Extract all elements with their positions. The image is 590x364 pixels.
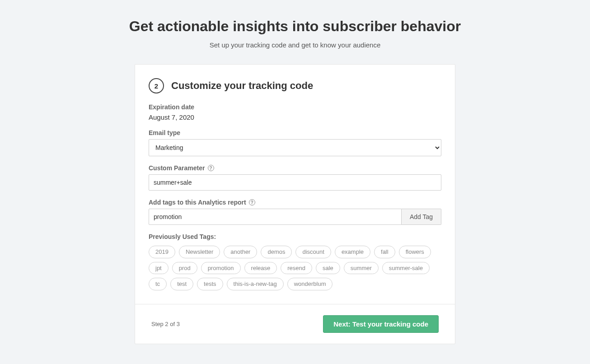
tag-chip[interactable]: resend [281,262,312,275]
tag-chip[interactable]: tests [197,278,223,290]
expiration-label: Expiration date [149,103,441,111]
tag-chip[interactable]: 2019 [149,246,175,258]
tag-input[interactable] [149,209,402,225]
tag-chip[interactable]: another [224,246,257,258]
expiration-value: August 7, 2020 [149,113,441,121]
step-number-badge: 2 [149,78,164,93]
tag-chip[interactable]: this-is-a-new-tag [227,278,284,290]
tag-chips-container: 2019Newsletteranotherdemosdiscountexampl… [149,246,441,290]
tag-chip[interactable]: discount [295,246,331,258]
prev-tags-label: Previously Used Tags: [149,233,441,240]
tag-chip[interactable]: summer [344,262,379,275]
tag-chip[interactable]: sale [316,262,340,275]
tag-chip[interactable]: fall [374,246,395,258]
step-indicator: Step 2 of 3 [151,321,180,327]
tags-label-text: Add tags to this Analytics report [149,199,246,206]
tag-chip[interactable]: test [170,278,193,290]
tag-chip[interactable]: flowers [399,246,431,258]
tag-chip[interactable]: prod [172,262,197,275]
help-icon[interactable]: ? [249,199,255,205]
custom-param-input[interactable] [149,174,441,191]
email-type-select[interactable]: Marketing [149,139,441,156]
tag-chip[interactable]: demos [261,246,292,258]
page-title: Get actionable insights into subscriber … [69,18,521,35]
page-subtitle: Set up your tracking code and get to kno… [69,41,521,49]
tags-label: Add tags to this Analytics report ? [149,199,441,206]
tag-chip[interactable]: wonderblum [287,278,333,290]
tracking-card: 2 Customize your tracking code Expiratio… [135,64,455,344]
custom-param-label: Custom Parameter ? [149,164,441,172]
help-icon[interactable]: ? [208,165,214,171]
tag-chip[interactable]: summer-sale [382,262,430,275]
next-button[interactable]: Next: Test your tracking code [323,315,439,333]
tag-chip[interactable]: release [244,262,277,275]
custom-param-label-text: Custom Parameter [149,164,205,172]
tag-chip[interactable]: jpt [149,262,169,275]
section-title: Customize your tracking code [171,80,313,92]
email-type-label: Email type [149,129,441,136]
tag-chip[interactable]: promotion [201,262,241,275]
tag-chip[interactable]: tc [149,278,167,290]
tag-chip[interactable]: Newsletter [179,246,220,258]
add-tag-button[interactable]: Add Tag [402,209,441,225]
tag-chip[interactable]: example [335,246,370,258]
